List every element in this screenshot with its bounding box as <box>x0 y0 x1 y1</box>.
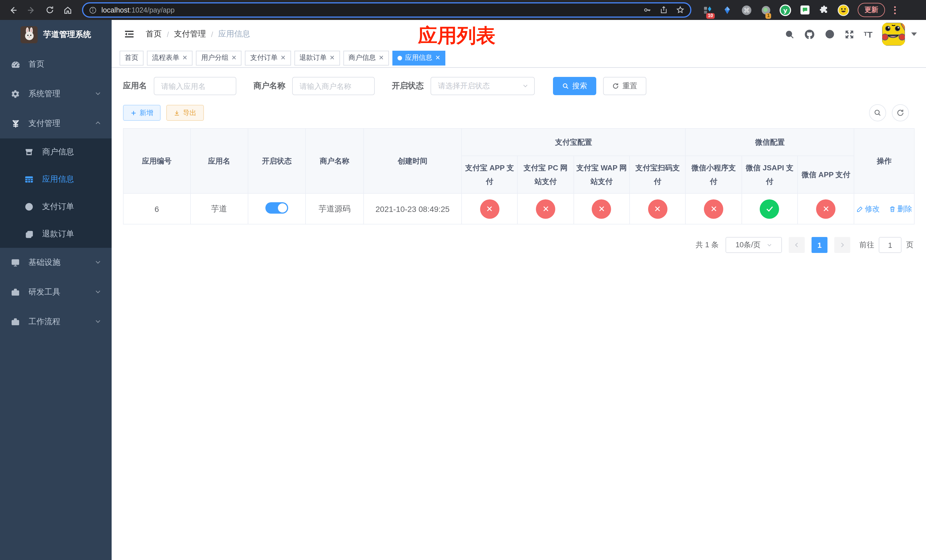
help-icon[interactable] <box>825 29 835 39</box>
sidebar-item-pay-orders[interactable]: 支付订单 <box>0 193 112 221</box>
sidebar-item-label: 基础设施 <box>29 257 61 268</box>
col-header-alipay-wap: 支付宝 WAP 网站支付 <box>574 156 630 194</box>
tab-merchant-info[interactable]: 商户信息✕ <box>343 50 389 65</box>
goto-page-input[interactable] <box>879 237 902 253</box>
sidebar-item-payment[interactable]: 支付管理 <box>0 109 112 138</box>
col-header-wx-app: 微信 APP 支付 <box>797 156 854 194</box>
status-label: 开启状态 <box>392 81 424 91</box>
github-icon[interactable] <box>804 29 815 39</box>
trash-icon <box>889 205 896 212</box>
tab-refund-orders[interactable]: 退款订单✕ <box>294 50 340 65</box>
extension-chat-icon[interactable] <box>799 4 811 16</box>
next-page-button[interactable] <box>834 237 850 253</box>
sidebar-item-refund-orders[interactable]: 退款订单 <box>0 221 112 248</box>
browser-reload-button[interactable] <box>42 3 57 17</box>
sidebar-item-home[interactable]: 首页 <box>0 50 112 79</box>
password-key-icon[interactable] <box>643 6 652 14</box>
extension-command-icon[interactable]: ⌘ <box>740 4 753 16</box>
reset-button[interactable]: 重置 <box>603 77 646 95</box>
extension-badge: 10 <box>706 13 715 18</box>
close-icon[interactable]: ✕ <box>330 55 334 61</box>
sidebar-item-workflow[interactable]: 工作流程 <box>0 307 112 337</box>
status-cross-icon <box>480 199 499 218</box>
cell-alipay-app-status <box>461 194 517 224</box>
sidebar-item-label: 系统管理 <box>29 89 61 99</box>
tab-home[interactable]: 首页 <box>120 50 144 65</box>
font-size-icon[interactable]: TT <box>864 30 873 38</box>
browser-update-button[interactable]: 更新 <box>858 3 885 17</box>
breadcrumb-separator: / <box>211 30 213 38</box>
sidebar-item-system[interactable]: 系统管理 <box>0 79 112 109</box>
delete-button[interactable]: 删除 <box>889 204 912 214</box>
add-button[interactable]: 新增 <box>123 105 160 121</box>
breadcrumb-payment[interactable]: 支付管理 <box>174 29 206 39</box>
extension-blocks-icon[interactable]: 10 <box>702 4 714 16</box>
profile-avatar-emoji[interactable] <box>837 4 850 16</box>
tab-app-info[interactable]: 应用信息✕ <box>392 50 445 65</box>
fullscreen-icon[interactable] <box>844 29 854 39</box>
site-info-icon[interactable] <box>89 6 97 14</box>
cell-status <box>248 194 306 224</box>
chevron-down-icon <box>95 258 101 267</box>
export-button[interactable]: 导出 <box>166 105 204 121</box>
tab-pay-orders[interactable]: 支付订单✕ <box>245 50 291 65</box>
close-icon[interactable]: ✕ <box>379 55 384 61</box>
group-header-wechat: 微信配置 <box>686 129 854 156</box>
toggle-search-button[interactable] <box>869 104 886 121</box>
tags-view-bar: 首页 流程表单✕ 用户分组✕ 支付订单✕ 退款订单✕ 商户信息✕ 应用信息✕ <box>112 48 926 68</box>
address-bar[interactable]: localhost:1024/pay/app <box>82 2 691 18</box>
page-size-select[interactable]: 10条/页 <box>726 237 782 253</box>
screen: localhost:1024/pay/app 10 ⌘ 1 <box>0 0 926 560</box>
sidebar-item-dev-tools[interactable]: 研发工具 <box>0 277 112 307</box>
avatar-caret-icon[interactable] <box>911 32 917 36</box>
prev-page-button[interactable] <box>789 237 805 253</box>
merchant-name-input[interactable] <box>292 77 375 95</box>
status-toggle[interactable] <box>265 202 288 213</box>
extension-kite-icon[interactable] <box>721 4 734 16</box>
chevron-up-icon <box>95 119 101 128</box>
browser-home-button[interactable] <box>61 3 75 17</box>
edit-button[interactable]: 修改 <box>856 204 880 214</box>
sidebar-item-infrastructure[interactable]: 基础设施 <box>0 248 112 277</box>
tab-user-group[interactable]: 用户分组✕ <box>196 50 242 65</box>
close-icon[interactable]: ✕ <box>231 55 236 61</box>
page-number-button[interactable]: 1 <box>811 237 828 253</box>
sidebar-toggle-icon[interactable] <box>120 29 139 39</box>
col-header-app-name: 应用名 <box>190 129 248 194</box>
col-header-wx-jsapi: 微信 JSAPI 支付 <box>742 156 798 194</box>
extension-y-icon[interactable]: y <box>779 4 791 16</box>
header-search-icon[interactable] <box>784 29 794 39</box>
sidebar-item-merchant-info[interactable]: 商户信息 <box>0 138 112 166</box>
browser-menu-icon[interactable] <box>891 4 899 16</box>
browser-back-button[interactable] <box>6 3 21 17</box>
page-unit-label: 页 <box>906 240 914 250</box>
bookmark-star-icon[interactable] <box>676 6 684 14</box>
monitor-chart-icon <box>10 258 21 267</box>
breadcrumb: 首页 / 支付管理 / 应用信息 <box>146 29 250 39</box>
extensions-puzzle-icon[interactable] <box>818 4 830 16</box>
close-icon[interactable]: ✕ <box>280 55 286 61</box>
extension-recorder-icon[interactable]: 1 <box>760 4 772 16</box>
cell-alipay-pc-status <box>517 194 574 224</box>
tab-process-form[interactable]: 流程表单✕ <box>147 50 192 65</box>
browser-forward-button[interactable] <box>24 3 39 17</box>
sidebar-item-label: 应用信息 <box>42 174 74 185</box>
user-avatar[interactable] <box>882 23 905 45</box>
app-logo[interactable]: 芋道管理系统 <box>0 20 112 50</box>
chevron-down-icon <box>95 288 101 297</box>
close-icon[interactable]: ✕ <box>435 55 440 61</box>
share-icon[interactable] <box>660 6 668 14</box>
sidebar-item-app-info[interactable]: 应用信息 <box>0 166 112 193</box>
close-icon[interactable]: ✕ <box>182 55 188 61</box>
status-select[interactable]: 请选择开启状态 <box>431 77 535 95</box>
search-button[interactable]: 搜索 <box>553 77 596 95</box>
app-name-input[interactable] <box>154 77 236 95</box>
refresh-icon <box>612 83 619 89</box>
refresh-table-button[interactable] <box>892 104 909 121</box>
breadcrumb-home[interactable]: 首页 <box>146 29 162 39</box>
sidebar-item-label: 退款订单 <box>42 229 74 239</box>
col-header-wx-mini: 微信小程序支付 <box>686 156 742 194</box>
dashboard-icon <box>10 59 21 69</box>
toolbox-icon <box>10 288 21 297</box>
col-header-status: 开启状态 <box>248 129 306 194</box>
